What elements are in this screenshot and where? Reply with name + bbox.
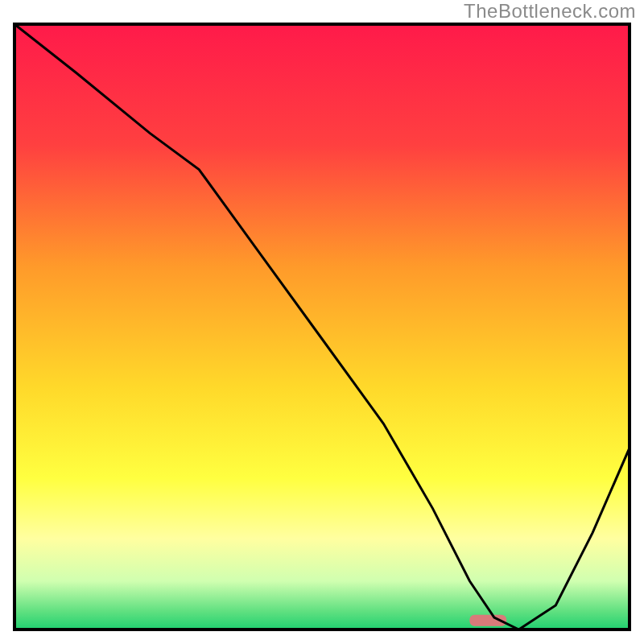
watermark-text: TheBottleneck.com [464,0,636,23]
bottleneck-chart [0,0,644,644]
chart-container: { "watermark": "TheBottleneck.com", "cha… [0,0,644,644]
gradient-background [14,24,630,630]
